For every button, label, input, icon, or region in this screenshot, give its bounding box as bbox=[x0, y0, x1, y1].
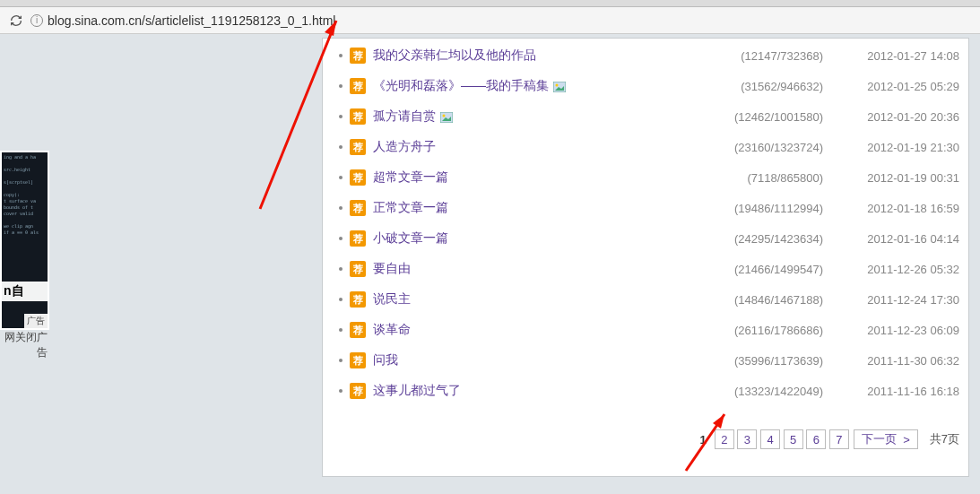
article-stats: (35996/1173639) bbox=[734, 354, 823, 368]
article-row: 荐这事儿都过气了(13323/1422049)2011-11-16 16:18 bbox=[332, 376, 959, 406]
url-text: blog.sina.com.cn/s/articlelist_119125812… bbox=[48, 13, 335, 28]
article-date: 2011-12-26 05:32 bbox=[834, 263, 959, 276]
article-row: 荐要自由(21466/1499547)2011-12-26 05:32 bbox=[332, 254, 959, 284]
bullet-icon bbox=[339, 176, 343, 179]
article-title-link[interactable]: 这事儿都过气了 bbox=[373, 383, 461, 399]
bullet-icon bbox=[339, 115, 343, 118]
article-date: 2012-01-19 21:30 bbox=[834, 141, 959, 154]
browser-tabs[interactable] bbox=[0, 0, 980, 7]
recommend-badge: 荐 bbox=[350, 169, 366, 186]
recommend-badge: 荐 bbox=[350, 200, 366, 216]
site-info-icon[interactable]: i bbox=[30, 14, 43, 27]
article-title-link[interactable]: 要自由 bbox=[373, 261, 411, 277]
article-date: 2012-01-16 04:14 bbox=[834, 232, 959, 246]
article-row: 荐问我(35996/1173639)2011-11-30 06:32 bbox=[332, 345, 959, 376]
bullet-icon bbox=[339, 389, 343, 393]
ad-thumbnail[interactable]: ing and a hasrc.heights[scrptsel]copy):t… bbox=[0, 151, 49, 330]
page-link-4[interactable]: 4 bbox=[760, 429, 780, 449]
article-title-link[interactable]: 谈革命 bbox=[373, 322, 411, 338]
recommend-badge: 荐 bbox=[350, 383, 366, 399]
article-row: 荐我的父亲韩仁均以及他的作品(12147/732368)2012-01-27 1… bbox=[332, 40, 959, 71]
next-page-button[interactable]: 下一页 > bbox=[854, 429, 918, 449]
image-icon bbox=[553, 81, 566, 91]
image-icon bbox=[440, 111, 453, 122]
recommend-badge: 荐 bbox=[350, 108, 366, 125]
article-row: 荐说民主(14846/1467188)2011-12-24 17:30 bbox=[332, 284, 959, 315]
svg-point-3 bbox=[443, 115, 446, 117]
article-title-link[interactable]: 我的父亲韩仁均以及他的作品 bbox=[373, 48, 536, 64]
bullet-icon bbox=[339, 359, 343, 362]
ad-tag: 广告 bbox=[24, 314, 48, 328]
article-stats: (21466/1499547) bbox=[734, 263, 823, 276]
article-row: 荐小破文章一篇(24295/1423634)2012-01-16 04:14 bbox=[332, 223, 959, 254]
recommend-badge: 荐 bbox=[350, 48, 366, 64]
bullet-icon bbox=[339, 298, 343, 301]
article-date: 2012-01-20 20:36 bbox=[834, 110, 959, 124]
recommend-badge: 荐 bbox=[350, 322, 366, 338]
sidebar-ad: ing and a hasrc.heights[scrptsel]copy):t… bbox=[0, 151, 49, 360]
article-date: 2011-12-23 06:09 bbox=[834, 324, 959, 337]
article-stats: (31562/946632) bbox=[741, 80, 823, 93]
svg-point-1 bbox=[556, 84, 559, 87]
bullet-icon bbox=[339, 328, 343, 332]
recommend-badge: 荐 bbox=[350, 139, 366, 155]
recommend-badge: 荐 bbox=[350, 261, 366, 277]
bullet-icon bbox=[339, 84, 343, 88]
article-stats: (26116/1786686) bbox=[734, 324, 823, 337]
article-title-link[interactable]: 《光明和磊落》——我的手稿集 bbox=[373, 78, 549, 94]
page-current: 1 bbox=[697, 433, 710, 446]
article-date: 2011-11-16 16:18 bbox=[834, 385, 959, 398]
bullet-icon bbox=[339, 206, 343, 210]
article-date: 2011-12-24 17:30 bbox=[834, 293, 959, 307]
recommend-badge: 荐 bbox=[350, 291, 366, 308]
article-stats: (12147/732368) bbox=[741, 49, 823, 63]
bullet-icon bbox=[339, 54, 343, 57]
article-date: 2012-01-19 00:31 bbox=[834, 171, 959, 185]
article-title-link[interactable]: 孤方请自赏 bbox=[373, 108, 436, 125]
bullet-icon bbox=[339, 237, 343, 240]
page-link-7[interactable]: 7 bbox=[829, 429, 849, 449]
article-list-panel: 荐我的父亲韩仁均以及他的作品(12147/732368)2012-01-27 1… bbox=[322, 38, 969, 477]
page-link-3[interactable]: 3 bbox=[737, 429, 757, 449]
article-date: 2012-01-25 05:29 bbox=[834, 80, 959, 93]
page-link-6[interactable]: 6 bbox=[806, 429, 826, 449]
article-row: 荐人造方舟子(23160/1323724)2012-01-19 21:30 bbox=[332, 132, 959, 162]
article-row: 荐孤方请自赏(12462/1001580)2012-01-20 20:36 bbox=[332, 101, 959, 132]
article-date: 2012-01-18 16:59 bbox=[834, 202, 959, 215]
article-stats: (7118/865800) bbox=[747, 171, 823, 185]
bullet-icon bbox=[339, 267, 343, 271]
bullet-icon bbox=[339, 145, 343, 149]
page-link-2[interactable]: 2 bbox=[715, 429, 734, 449]
reload-icon[interactable] bbox=[9, 13, 23, 28]
article-title-link[interactable]: 说民主 bbox=[373, 291, 411, 308]
article-date: 2012-01-27 14:08 bbox=[834, 49, 959, 63]
page-link-5[interactable]: 5 bbox=[784, 429, 803, 449]
article-stats: (23160/1323724) bbox=[734, 141, 823, 154]
ad-label: n自 bbox=[2, 282, 48, 301]
page-total: 共7页 bbox=[930, 431, 959, 447]
recommend-badge: 荐 bbox=[350, 78, 366, 94]
article-title-link[interactable]: 超常文章一篇 bbox=[373, 169, 448, 186]
article-stats: (19486/1112994) bbox=[734, 202, 823, 215]
article-stats: (14846/1467188) bbox=[734, 293, 823, 307]
close-ad-link[interactable]: 网关闭广告 bbox=[0, 330, 49, 360]
address-bar: i blog.sina.com.cn/s/articlelist_1191258… bbox=[0, 7, 980, 34]
url-field[interactable]: i blog.sina.com.cn/s/articlelist_1191258… bbox=[30, 13, 971, 28]
article-stats: (13323/1422049) bbox=[734, 385, 823, 398]
article-title-link[interactable]: 小破文章一篇 bbox=[373, 230, 448, 247]
article-row: 荐《光明和磊落》——我的手稿集(31562/946632)2012-01-25 … bbox=[332, 71, 959, 101]
recommend-badge: 荐 bbox=[350, 352, 366, 368]
pagination: 1 2 3 4 5 6 7 下一页 > 共7页 bbox=[332, 429, 959, 449]
article-stats: (12462/1001580) bbox=[734, 110, 823, 124]
article-title-link[interactable]: 问我 bbox=[373, 352, 398, 368]
article-title-link[interactable]: 人造方舟子 bbox=[373, 139, 436, 155]
article-date: 2011-11-30 06:32 bbox=[834, 354, 959, 368]
article-stats: (24295/1423634) bbox=[734, 232, 823, 246]
recommend-badge: 荐 bbox=[350, 230, 366, 247]
article-row: 荐谈革命(26116/1786686)2011-12-23 06:09 bbox=[332, 315, 959, 345]
article-row: 荐正常文章一篇(19486/1112994)2012-01-18 16:59 bbox=[332, 193, 959, 223]
article-title-link[interactable]: 正常文章一篇 bbox=[373, 200, 448, 216]
article-row: 荐超常文章一篇(7118/865800)2012-01-19 00:31 bbox=[332, 162, 959, 193]
